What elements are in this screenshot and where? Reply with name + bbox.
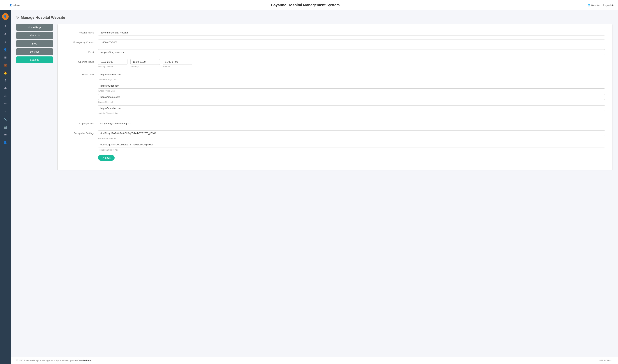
- hours-input-1[interactable]: [131, 59, 160, 65]
- hospital-name-field: [98, 30, 605, 36]
- recaptcha-secret-key-input[interactable]: [98, 142, 605, 147]
- email-row: Email: [65, 49, 605, 55]
- main-content: ↻ Manage Hospital Website Home PageAbout…: [11, 10, 618, 357]
- hours-item-0: Monday - Friday: [98, 59, 128, 68]
- logout-link[interactable]: Logout ⏏: [603, 4, 614, 6]
- copyright-field: [98, 121, 605, 126]
- social-link-hint-2: Google Plus Link: [98, 101, 605, 103]
- emergency-contact-field: [98, 39, 605, 45]
- save-spacer: [65, 155, 98, 156]
- user2-icon[interactable]: 👤: [2, 139, 9, 146]
- social-link-input-3[interactable]: [98, 105, 605, 111]
- top-bar-left: ☰ 👤 admin: [4, 3, 26, 7]
- left-nav-btn-settings[interactable]: Settings: [16, 56, 53, 63]
- social-link-input-2[interactable]: [98, 94, 605, 100]
- hours-item-1: Saturday: [131, 59, 160, 68]
- social-link-wrapper-1: Twitter Profile Link: [98, 83, 605, 92]
- recaptcha-field: Recaptcha Site Key Recaptcha Secret Key: [98, 130, 605, 151]
- left-nav-btn-services[interactable]: Services: [16, 48, 53, 55]
- recaptcha-label: Recaptcha Settings: [65, 130, 98, 135]
- org-icon[interactable]: ❖: [2, 31, 9, 38]
- person-icon[interactable]: 🧑: [2, 69, 9, 76]
- grid-icon[interactable]: ⊞: [2, 54, 9, 61]
- monitor-icon[interactable]: 🖥: [2, 77, 9, 84]
- page-header: ↻ Manage Hospital Website: [16, 15, 613, 20]
- email-input[interactable]: [98, 49, 605, 55]
- hospital-name-label: Hospital Name: [65, 30, 98, 34]
- social-link-input-0[interactable]: [98, 72, 605, 78]
- hours-group: Monday - FridaySaturdaySunday: [98, 59, 605, 68]
- avatar: 👤: [2, 13, 9, 20]
- social-links-row: Social Links Facebook Page LinkTwitter P…: [65, 72, 605, 117]
- recaptcha-site-key-hint: Recaptcha Site Key: [98, 137, 605, 140]
- save-check-icon: ✓: [102, 156, 104, 159]
- social-link-wrapper-2: Google Plus Link: [98, 94, 605, 103]
- social-links-field: Facebook Page LinkTwitter Profile LinkGo…: [98, 72, 605, 117]
- logout-icon: ⏏: [611, 4, 614, 6]
- social-links-label: Social Links: [65, 72, 98, 76]
- copyright-input[interactable]: [98, 121, 605, 126]
- footer-version: VERSION 4.2: [599, 359, 613, 362]
- gear-icon[interactable]: ⚙: [2, 93, 9, 99]
- website-link[interactable]: 🌐 Website: [588, 4, 600, 6]
- top-bar: ☰ 👤 admin Bayanno Hospital Management Sy…: [0, 0, 618, 10]
- footer-copyright: © 2017 Bayanno Hospital Management Syste…: [16, 359, 91, 362]
- save-row: ✓ Save: [65, 155, 605, 161]
- sidebar: 👤 🖥 ❖ ↓ 👤 ⊞ 💼 🧑 🖥 ✚ ⚙ ✏ ≡ 🔧 💻 ✉ 👤: [0, 10, 11, 364]
- social-link-wrapper-3: Youtube Channel Link: [98, 105, 605, 114]
- hours-label-1: Saturday: [131, 65, 160, 68]
- email-field: [98, 49, 605, 55]
- emergency-contact-row: Emergency Contact: [65, 39, 605, 45]
- copyright-label: Copyright Text: [65, 121, 98, 125]
- copyright-row: Copyright Text: [65, 121, 605, 126]
- envelope-icon[interactable]: ✉: [2, 131, 9, 138]
- social-link-input-1[interactable]: [98, 83, 605, 89]
- opening-hours-label: Opening Hours: [65, 59, 98, 63]
- social-link-hint-1: Twitter Profile Link: [98, 90, 605, 92]
- download-icon[interactable]: ↓: [2, 39, 9, 45]
- user-icon[interactable]: 👤: [2, 46, 9, 53]
- left-nav-btn-blog[interactable]: Blog: [16, 40, 53, 47]
- hamburger-icon[interactable]: ☰: [4, 3, 7, 7]
- social-link-wrapper-0: Facebook Page Link: [98, 72, 605, 81]
- recaptcha-site-key-input[interactable]: [98, 130, 605, 136]
- social-link-hint-3: Youtube Channel Link: [98, 112, 605, 114]
- hospital-name-row: Hospital Name: [65, 30, 605, 36]
- pencil-icon[interactable]: ✏: [2, 100, 9, 107]
- dashboard-icon[interactable]: 🖥: [2, 23, 9, 30]
- page-title: Manage Hospital Website: [21, 15, 65, 20]
- laptop-icon[interactable]: 💻: [2, 124, 9, 130]
- hours-label-0: Monday - Friday: [98, 65, 128, 68]
- admin-label: 👤 admin: [9, 4, 19, 6]
- emergency-contact-label: Emergency Contact: [65, 39, 98, 44]
- footer-developer-link[interactable]: Creativeitem: [78, 359, 91, 362]
- hours-item-2: Sunday: [163, 59, 192, 68]
- recaptcha-row: Recaptcha Settings Recaptcha Site Key Re…: [65, 130, 605, 151]
- emergency-contact-input[interactable]: [98, 39, 605, 45]
- social-link-hint-0: Facebook Page Link: [98, 78, 605, 81]
- recaptcha-secret-key-hint: Recaptcha Secret Key: [98, 149, 605, 151]
- website-icon: 🌐: [588, 4, 591, 6]
- save-field: ✓ Save: [98, 155, 605, 161]
- admin-person-icon: 👤: [9, 4, 12, 6]
- left-nav-btn-home-page[interactable]: Home Page: [16, 24, 53, 31]
- content-layout: Home PageAbout UsBlogServicesSettings Ho…: [16, 24, 613, 170]
- app-title: Bayanno Hospital Management System: [26, 3, 584, 7]
- opening-hours-field: Monday - FridaySaturdaySunday: [98, 59, 605, 68]
- form-panel: Hospital Name Emergency Contact Email: [57, 24, 613, 170]
- plus-icon[interactable]: ✚: [2, 85, 9, 91]
- case-icon[interactable]: 💼: [2, 62, 9, 68]
- left-nav-btn-about-us[interactable]: About Us: [16, 32, 53, 39]
- wrench-icon[interactable]: 🔧: [2, 116, 9, 122]
- opening-hours-row: Opening Hours Monday - FridaySaturdaySun…: [65, 59, 605, 68]
- save-button[interactable]: ✓ Save: [98, 155, 115, 161]
- hospital-name-input[interactable]: [98, 30, 605, 36]
- left-nav: Home PageAbout UsBlogServicesSettings: [16, 24, 53, 63]
- email-label: Email: [65, 49, 98, 53]
- hours-label-2: Sunday: [163, 65, 192, 68]
- footer: © 2017 Bayanno Hospital Management Syste…: [11, 357, 618, 364]
- list-icon[interactable]: ≡: [2, 108, 9, 115]
- page-header-icon: ↻: [16, 16, 19, 20]
- hours-input-0[interactable]: [98, 59, 128, 65]
- hours-input-2[interactable]: [163, 59, 192, 65]
